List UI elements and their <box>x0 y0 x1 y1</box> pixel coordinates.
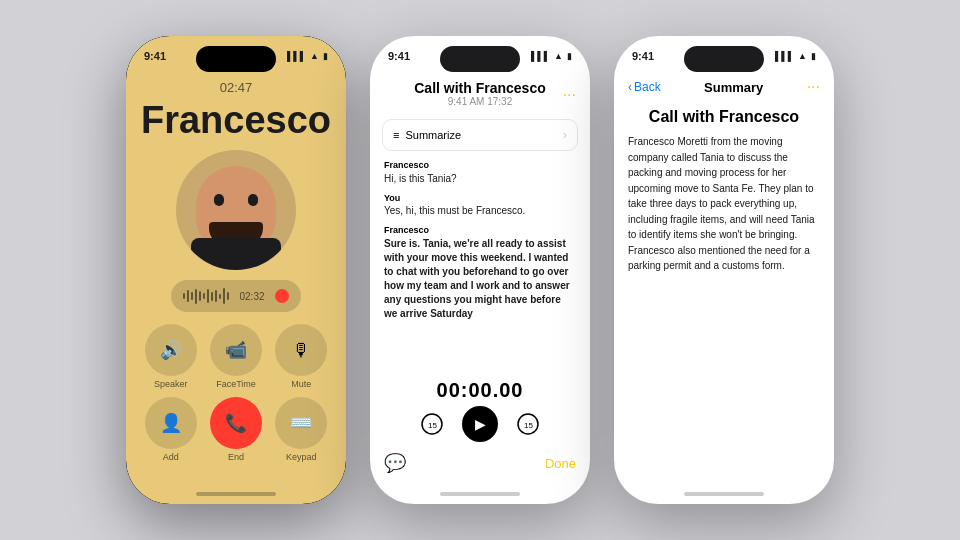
speaker-button[interactable]: 🔊 Speaker <box>142 324 199 389</box>
memoji-eye-right <box>248 194 258 206</box>
summary-screen: 9:41 ▌▌▌ ▲ ▮ ‹ Back Summary ··· Call wit… <box>614 36 834 504</box>
battery-icon: ▮ <box>323 51 328 61</box>
home-bar-2 <box>440 492 520 496</box>
battery-icon-2: ▮ <box>567 51 572 61</box>
wave-bar <box>199 291 201 301</box>
call-subtitle: 9:41 AM 17:32 <box>386 96 574 107</box>
add-button[interactable]: 👤 Add <box>142 397 199 462</box>
player-controls: 15 ▶ 15 <box>384 406 576 442</box>
wifi-icon-2: ▲ <box>554 51 563 61</box>
facetime-icon-btn[interactable]: 📹 <box>210 324 262 376</box>
chevron-left-icon: ‹ <box>628 80 632 94</box>
waveform-bar: 02:32 <box>171 280 300 312</box>
wave-bar <box>215 290 217 302</box>
end-icon-btn[interactable]: 📞 <box>210 397 262 449</box>
transcription-screen: 9:41 ▌▌▌ ▲ ▮ Call with Francesco 9:41 AM… <box>370 36 590 504</box>
speaker-2: You <box>384 192 576 205</box>
waveform-time: 02:32 <box>239 291 264 302</box>
summarize-button[interactable]: ≡ Summarize › <box>382 119 578 151</box>
dynamic-island-2 <box>440 46 520 72</box>
dynamic-island <box>196 46 276 72</box>
battery-icon-3: ▮ <box>811 51 816 61</box>
mute-label: Mute <box>291 379 311 389</box>
facetime-label: FaceTime <box>216 379 256 389</box>
wifi-icon: ▲ <box>310 51 319 61</box>
memoji-shirt <box>191 238 281 270</box>
end-label: End <box>228 452 244 462</box>
phone-transcription: 9:41 ▌▌▌ ▲ ▮ Call with Francesco 9:41 AM… <box>370 36 590 504</box>
speaker-1: Francesco <box>384 159 576 172</box>
summarize-label: Summarize <box>405 129 461 141</box>
player-time: 00:00.00 <box>384 379 576 402</box>
wave-bar <box>211 292 213 301</box>
speaker-3: Francesco <box>384 224 576 237</box>
text-2: Yes, hi, this must be Francesco. <box>384 204 576 218</box>
mute-button[interactable]: 🎙 Mute <box>273 324 330 389</box>
phone-summary: 9:41 ▌▌▌ ▲ ▮ ‹ Back Summary ··· Call wit… <box>614 36 834 504</box>
status-time-3: 9:41 <box>632 50 654 62</box>
transcript-msg-2: You Yes, hi, this must be Francesco. <box>384 192 576 219</box>
call-duration: 02:47 <box>220 80 253 95</box>
wave-bar <box>223 288 225 304</box>
speaker-icon-btn[interactable]: 🔊 <box>145 324 197 376</box>
mute-icon-btn[interactable]: 🎙 <box>275 324 327 376</box>
home-bar <box>196 492 276 496</box>
summary-body: Francesco Moretti from the moving compan… <box>614 134 834 274</box>
summarize-icon: ≡ <box>393 129 399 141</box>
status-icons: ▌▌▌ ▲ ▮ <box>287 51 328 61</box>
svg-text:15: 15 <box>428 421 437 430</box>
nav-title: Summary <box>704 80 763 95</box>
transcript-msg-3: Francesco Sure is. Tania, we're all read… <box>384 224 576 321</box>
facetime-button[interactable]: 📹 FaceTime <box>207 324 264 389</box>
home-bar-3 <box>684 492 764 496</box>
signal-icon-2: ▌▌▌ <box>531 51 550 61</box>
wifi-icon-3: ▲ <box>798 51 807 61</box>
done-button[interactable]: Done <box>545 456 576 471</box>
caller-name: Francesco <box>141 99 331 142</box>
wave-bar <box>183 293 185 299</box>
summary-more-button[interactable]: ··· <box>807 78 820 96</box>
recording-indicator <box>275 289 289 303</box>
status-time: 9:41 <box>144 50 166 62</box>
transcript-icon: 💬 <box>384 452 406 474</box>
back-label: Back <box>634 80 661 94</box>
wave-bar <box>191 292 193 300</box>
avatar <box>176 150 296 270</box>
wave-bar <box>227 292 229 300</box>
call-screen: 9:41 ▌▌▌ ▲ ▮ 02:47 Francesco <box>126 36 346 504</box>
speaker-label: Speaker <box>154 379 188 389</box>
signal-icon-3: ▌▌▌ <box>775 51 794 61</box>
more-button[interactable]: ··· <box>563 86 576 104</box>
back-button[interactable]: ‹ Back <box>628 80 661 94</box>
text-1: Hi, is this Tania? <box>384 172 576 186</box>
wave-bar <box>187 290 189 302</box>
memoji-head <box>196 166 276 254</box>
keypad-button[interactable]: ⌨️ Keypad <box>273 397 330 462</box>
call-buttons: 🔊 Speaker 📹 FaceTime 🎙 Mute 👤 Add 📞 End … <box>126 324 346 462</box>
keypad-label: Keypad <box>286 452 317 462</box>
text-3: Sure is. Tania, we're all ready to assis… <box>384 237 576 321</box>
phone-active-call: 9:41 ▌▌▌ ▲ ▮ 02:47 Francesco <box>126 36 346 504</box>
wave-bar <box>219 294 221 299</box>
add-label: Add <box>163 452 179 462</box>
wave-bar <box>203 293 205 299</box>
rewind-button[interactable]: 15 <box>418 410 446 438</box>
end-button[interactable]: 📞 End <box>207 397 264 462</box>
summarize-left: ≡ Summarize <box>393 129 461 141</box>
call-title: Call with Francesco <box>386 80 574 96</box>
status-time-2: 9:41 <box>388 50 410 62</box>
wave-bar <box>195 289 197 304</box>
keypad-icon-btn[interactable]: ⌨️ <box>275 397 327 449</box>
wave-bar <box>207 289 209 303</box>
player-area: 00:00.00 15 ▶ 15 <box>370 371 590 446</box>
status-icons-2: ▌▌▌ ▲ ▮ <box>531 51 572 61</box>
forward-button[interactable]: 15 <box>514 410 542 438</box>
play-button[interactable]: ▶ <box>462 406 498 442</box>
waveform-visual <box>183 286 229 306</box>
transcript-msg-1: Francesco Hi, is this Tania? <box>384 159 576 186</box>
chevron-right-icon: › <box>563 128 567 142</box>
transcript-scroll[interactable]: Francesco Hi, is this Tania? You Yes, hi… <box>370 159 590 371</box>
memoji-avatar <box>176 150 296 270</box>
add-icon-btn[interactable]: 👤 <box>145 397 197 449</box>
status-icons-3: ▌▌▌ ▲ ▮ <box>775 51 816 61</box>
